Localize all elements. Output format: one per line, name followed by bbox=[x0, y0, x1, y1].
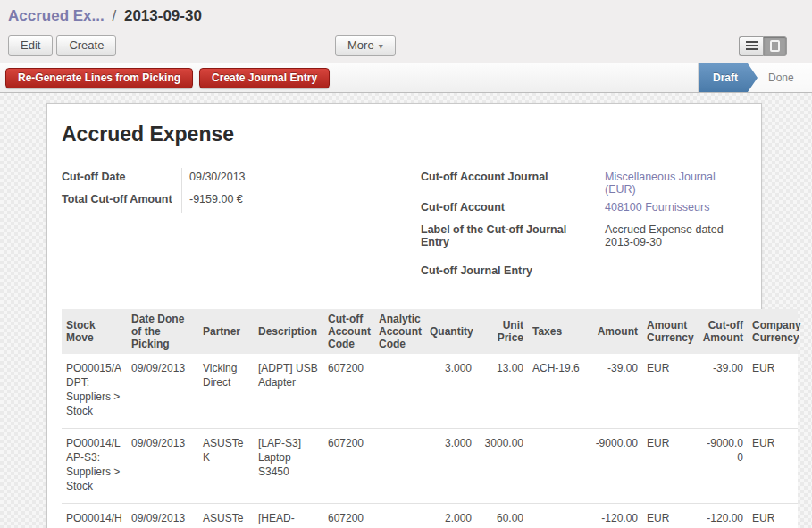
more-button[interactable]: More▾ bbox=[335, 35, 396, 56]
breadcrumb-current: 2013-09-30 bbox=[124, 7, 202, 24]
cell-amount-currency: EUR bbox=[642, 429, 697, 504]
edit-button[interactable]: Edit bbox=[8, 35, 53, 56]
regenerate-lines-button[interactable]: Re-Generate Lines from Picking bbox=[5, 68, 193, 88]
status-step-draft[interactable]: Draft bbox=[699, 63, 758, 92]
breadcrumb: Accrued Ex... / 2013-09-30 bbox=[8, 7, 805, 25]
col-amount[interactable]: Amount bbox=[585, 309, 642, 354]
cell-company-currency: EUR bbox=[748, 504, 798, 528]
cell-analytic-account-code bbox=[374, 354, 425, 429]
field-cutoff-account-journal: Cut-off Account Journal Miscellaneous Jo… bbox=[421, 168, 760, 198]
cell-stock-move: PO00015/ADPT: Suppliers > Stock bbox=[62, 354, 127, 429]
field-cutoff-date: Cut-off Date 09/30/2013 bbox=[62, 168, 421, 190]
field-group-left: Cut-off Date 09/30/2013 Total Cut-off Am… bbox=[62, 168, 421, 213]
table-row[interactable]: PO00015/ADPT: Suppliers > Stock 09/09/20… bbox=[62, 354, 798, 429]
statusbar: Draft Done bbox=[698, 63, 812, 92]
cell-unit-price: 3000.00 bbox=[476, 429, 528, 504]
col-description[interactable]: Description bbox=[254, 309, 323, 354]
table-row[interactable]: PO00014/HEAD-USB: Suppliers > Stock 09/0… bbox=[62, 504, 798, 528]
field-cutoff-journal-entry: Cut-off Journal Entry bbox=[421, 262, 760, 284]
col-unit-price[interactable]: Unit Price bbox=[476, 309, 528, 354]
action-bar: Re-Generate Lines from Picking Create Jo… bbox=[0, 63, 812, 93]
page-title: Accrued Expense bbox=[62, 122, 761, 147]
field-groups: Cut-off Date 09/30/2013 Total Cut-off Am… bbox=[62, 168, 761, 284]
cell-partner: Vicking Direct bbox=[198, 354, 254, 429]
list-view-button[interactable] bbox=[739, 36, 763, 56]
col-taxes[interactable]: Taxes bbox=[528, 309, 585, 354]
col-cutoff-amount[interactable]: Cut-off Amount bbox=[697, 309, 748, 354]
form-background: Accrued Expense Cut-off Date 09/30/2013 … bbox=[0, 93, 812, 528]
status-step-done[interactable]: Done bbox=[758, 63, 805, 92]
cell-company-currency: EUR bbox=[748, 429, 798, 504]
cell-amount-currency: EUR bbox=[642, 504, 697, 528]
cell-unit-price: 60.00 bbox=[476, 504, 528, 528]
cell-amount: -9000.00 bbox=[585, 429, 642, 504]
cell-quantity: 3.000 bbox=[425, 354, 476, 429]
cell-cutoff-amount: -120.00 bbox=[697, 504, 748, 528]
chevron-down-icon: ▾ bbox=[379, 41, 383, 51]
cell-taxes: ACH-19.6 bbox=[528, 354, 585, 429]
more-dropdown: More▾ bbox=[335, 35, 396, 56]
cell-quantity: 3.000 bbox=[425, 429, 476, 504]
cell-taxes bbox=[528, 504, 585, 528]
journal-entry-label-value: Accrued Expense dated 2013-09-30 bbox=[598, 221, 732, 251]
cell-date-done: 09/09/2013 bbox=[127, 354, 198, 429]
cell-analytic-account-code bbox=[374, 504, 425, 528]
cell-description: [ADPT] USB Adapter bbox=[254, 354, 323, 429]
total-cutoff-amount-label: Total Cut-off Amount bbox=[62, 190, 181, 213]
cutoff-date-label: Cut-off Date bbox=[62, 168, 181, 190]
cell-partner: ASUSTeK bbox=[198, 429, 254, 504]
table-row[interactable]: PO00014/LAP-S3: Suppliers > Stock 09/09/… bbox=[62, 429, 798, 504]
field-journal-entry-label: Label of the Cut-off Journal Entry Accru… bbox=[421, 221, 760, 251]
cell-description: [HEAD-USB] Headset USB bbox=[254, 504, 323, 528]
col-amount-currency[interactable]: Amount Currency bbox=[642, 309, 697, 354]
lines-table: Stock Move Date Done of the Picking Part… bbox=[62, 309, 794, 528]
cell-cutoff-account-code: 607200 bbox=[323, 354, 374, 429]
col-cutoff-account-code[interactable]: Cut-off Account Code bbox=[323, 309, 374, 354]
col-partner[interactable]: Partner bbox=[198, 309, 254, 354]
cell-quantity: 2.000 bbox=[425, 504, 476, 528]
view-switcher bbox=[739, 36, 787, 56]
col-analytic-account-code[interactable]: Analytic Account Code bbox=[374, 309, 425, 354]
col-company-currency[interactable]: Company Currency bbox=[748, 309, 798, 354]
col-quantity[interactable]: Quantity bbox=[425, 309, 476, 354]
cell-unit-price: 13.00 bbox=[476, 354, 528, 429]
list-icon bbox=[746, 41, 758, 50]
form-icon bbox=[770, 40, 780, 52]
cell-amount: -39.00 bbox=[585, 354, 642, 429]
cell-stock-move: PO00014/HEAD-USB: Suppliers > Stock bbox=[62, 504, 127, 528]
cell-partner: ASUSTeK bbox=[198, 504, 254, 528]
table-header: Stock Move Date Done of the Picking Part… bbox=[62, 309, 798, 354]
cell-date-done: 09/09/2013 bbox=[127, 429, 198, 504]
cell-analytic-account-code bbox=[374, 429, 425, 504]
cell-cutoff-account-code: 607200 bbox=[323, 429, 374, 504]
total-cutoff-amount-value: -9159.00 € bbox=[181, 190, 421, 213]
cell-amount: -120.00 bbox=[585, 504, 642, 528]
field-group-right: Cut-off Account Journal Miscellaneous Jo… bbox=[421, 168, 760, 284]
cell-description: [LAP-S3] Laptop S3450 bbox=[254, 429, 323, 504]
field-total-cutoff-amount: Total Cut-off Amount -9159.00 € bbox=[62, 190, 421, 213]
cutoff-account-label: Cut-off Account bbox=[421, 198, 598, 221]
col-stock-move[interactable]: Stock Move bbox=[62, 309, 127, 354]
create-journal-entry-button[interactable]: Create Journal Entry bbox=[199, 68, 330, 88]
cutoff-journal-entry-label: Cut-off Journal Entry bbox=[421, 262, 598, 284]
cutoff-date-value: 09/30/2013 bbox=[181, 168, 421, 190]
cutoff-account-journal-link[interactable]: Miscellaneous Journal (EUR) bbox=[598, 168, 732, 198]
cell-cutoff-amount: -39.00 bbox=[697, 354, 748, 429]
cell-amount-currency: EUR bbox=[642, 354, 697, 429]
breadcrumb-separator: / bbox=[112, 7, 116, 24]
cell-date-done: 09/09/2013 bbox=[127, 504, 198, 528]
cutoff-account-link[interactable]: 408100 Fournisseurs bbox=[598, 198, 732, 221]
form-sheet: Accrued Expense Cut-off Date 09/30/2013 … bbox=[46, 103, 762, 528]
breadcrumb-parent-link[interactable]: Accrued Ex... bbox=[8, 7, 105, 24]
col-date-done[interactable]: Date Done of the Picking bbox=[127, 309, 198, 354]
cell-cutoff-account-code: 607200 bbox=[323, 504, 374, 528]
form-view-button[interactable] bbox=[763, 36, 787, 56]
create-button[interactable]: Create bbox=[56, 35, 116, 56]
cutoff-account-journal-label: Cut-off Account Journal bbox=[421, 168, 598, 198]
toolbar: Edit Create More▾ bbox=[8, 35, 805, 56]
cutoff-journal-entry-value bbox=[598, 262, 732, 284]
cell-stock-move: PO00014/LAP-S3: Suppliers > Stock bbox=[62, 429, 127, 504]
cell-cutoff-amount: -9000.00 bbox=[697, 429, 748, 504]
field-cutoff-account: Cut-off Account 408100 Fournisseurs bbox=[421, 198, 760, 221]
app-window: Accrued Ex... / 2013-09-30 Edit Create M… bbox=[0, 0, 812, 528]
